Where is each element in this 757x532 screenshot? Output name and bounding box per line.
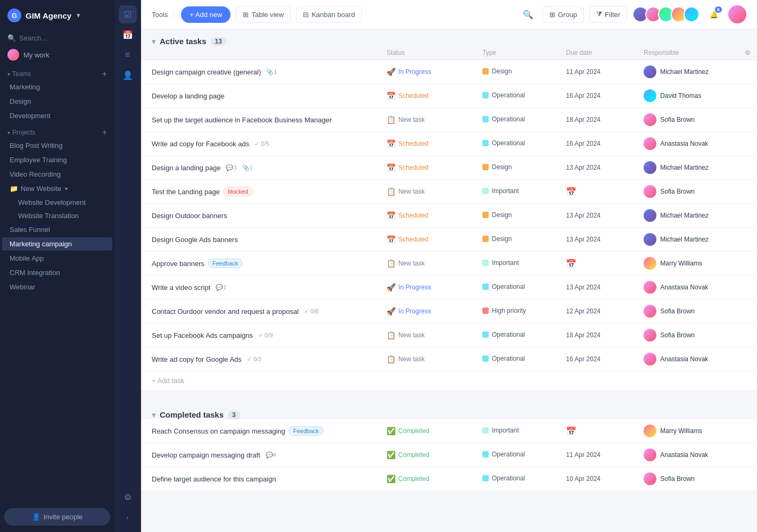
responsible-container: Sofia Brown [644, 305, 751, 318]
responsible-name: Michael Martinez [660, 236, 709, 243]
table-row[interactable]: Design a landing page 💬3📎1 📅 Scheduled D… [141, 156, 757, 180]
sidebar-item-website-translation[interactable]: Website Translation [0, 209, 114, 222]
table-row[interactable]: Develop campaign messaging draft 💬4 ✅ Co… [141, 443, 757, 467]
sidebar-item-marketing-campaign[interactable]: Marketing campaign [2, 237, 112, 251]
group-btn[interactable]: ⊞ Group [542, 6, 584, 23]
kanban-board-btn[interactable]: ⊟ Kanban board [296, 6, 362, 23]
col-task [141, 46, 380, 60]
table-row[interactable]: Write ad copy for Google Ads ✓ 0/3 📋 New… [141, 347, 757, 371]
add-new-btn[interactable]: + Add new [181, 6, 231, 23]
status-badge: 📋 New task [386, 115, 424, 124]
table-row[interactable]: Develop a landing page 📅 Scheduled Opera… [141, 84, 757, 108]
table-row[interactable]: Set up the target audience in Facebook B… [141, 108, 757, 132]
status-badge: 🚀 In Progress [386, 307, 431, 315]
responsible-name: Sofia Brown [660, 307, 695, 315]
app-logo[interactable]: G GIM Agency ▾ [0, 0, 114, 31]
responsible-container: Michael Martinez [644, 209, 751, 222]
status-icon: ✅ [386, 451, 396, 459]
type-dot [482, 284, 489, 290]
status-icon: 📋 [386, 115, 396, 124]
sidebar-item-blog-post-writing[interactable]: Blog Post Writing [2, 139, 112, 152]
collapse-sidebar-btn[interactable]: › [126, 508, 128, 527]
task-name-text: Write ad copy for Google Ads [152, 355, 242, 363]
table-row[interactable]: Design Outdoor banners 📅 Scheduled Desig… [141, 204, 757, 228]
table-row[interactable]: Write ad copy for Facebook ads ✓ 0/5 📅 S… [141, 132, 757, 156]
icon-bar-list[interactable]: ≡ [119, 46, 137, 64]
type-dot [482, 451, 489, 458]
due-date-cell: 16 Apr 2024 [559, 347, 637, 371]
due-date: 18 Apr 2024 [566, 331, 600, 339]
status-icon: 📋 [386, 259, 396, 268]
my-work-label: My work [23, 51, 49, 59]
table-row[interactable]: Set up Facebook Ads campaigns ✓ 0/9 📋 Ne… [141, 323, 757, 347]
responsible-avatar [644, 353, 656, 365]
table-view-btn[interactable]: ⊞ Table view [236, 6, 291, 23]
icon-bar-tasks[interactable]: ☑ [119, 5, 137, 23]
type-dot [482, 475, 489, 481]
task-name-text: Define target audience for this campaign [152, 475, 276, 483]
responsible-name: Anastasia Novak [660, 284, 708, 291]
type-label: Important [492, 187, 519, 195]
search-btn[interactable]: 🔍 [519, 5, 537, 23]
sidebar-item-employee-training[interactable]: Employee Training [2, 153, 112, 167]
sidebar-item-webinar[interactable]: Webinar [2, 280, 112, 294]
completed-section-chevron[interactable]: ▾ [152, 411, 155, 419]
sidebar-item-video-recording[interactable]: Video Recording [2, 168, 112, 181]
type-label: Operational [492, 475, 525, 482]
projects-section-header: ▾ Projects + [0, 123, 114, 138]
user-profile-avatar[interactable] [728, 5, 746, 23]
sidebar-item-new-website[interactable]: 📁 New Website ▾ [2, 182, 112, 195]
table-row[interactable]: Test the Landing page blocked 📋 New task… [141, 180, 757, 204]
table-row[interactable]: Approve banners Feedback 📋 New task Impo… [141, 252, 757, 276]
subtask-info: ✓ 0/9 [258, 332, 273, 339]
type-badge: Operational [482, 355, 525, 362]
responsible-name: David Thomas [660, 92, 701, 99]
invite-people-btn[interactable]: 👤 Invite people [4, 508, 110, 526]
completed-tasks-count: 3 [228, 411, 240, 419]
avatar-5[interactable] [684, 6, 700, 22]
table-row[interactable]: Contact Ourdoor vendor and request a pro… [141, 300, 757, 323]
table-row[interactable]: Reach Consensus on campaign messaging Fe… [141, 419, 757, 443]
notification-badge: 6 [715, 6, 722, 13]
completed-tasks-label: Completed tasks [160, 410, 224, 419]
task-name-text: Set up Facebook Ads campaigns [152, 331, 253, 339]
responsible-container: Marry Williams [644, 425, 751, 437]
table-row[interactable]: Design campaign creative (general) 📎1 🚀 … [141, 60, 757, 84]
settings-icon[interactable]: ⚙ [745, 49, 751, 56]
status-label: Completed [398, 427, 429, 435]
teams-add-btn[interactable]: + [102, 70, 107, 78]
search-bar[interactable]: 🔍 Search... [0, 31, 114, 45]
notifications-btn[interactable]: 🔔 6 [705, 5, 723, 23]
task-name-text: Reach Consensus on campaign messaging [152, 427, 285, 435]
projects-add-btn[interactable]: + [102, 128, 107, 137]
due-date-cell: 13 Apr 2024 [559, 276, 637, 300]
sidebar-item-website-development[interactable]: Website Development [0, 196, 114, 209]
table-row[interactable]: Define target audience for this campaign… [141, 467, 757, 491]
sidebar-item-sales-funnel[interactable]: Sales Funnel [2, 223, 112, 236]
icon-bar-person[interactable]: 👤 [119, 66, 137, 84]
status-badge: ✅ Completed [386, 451, 429, 459]
table-row[interactable]: Design Google Ads banners 📅 Scheduled De… [141, 228, 757, 252]
active-section-chevron[interactable]: ▾ [152, 37, 155, 46]
status-badge: 🚀 In Progress [386, 68, 431, 76]
sidebar-item-crm-integration[interactable]: CRM Integration [2, 266, 112, 279]
icon-bar-settings[interactable]: ⚙ [119, 488, 137, 506]
subtask-info: ✓ 0/3 [247, 356, 261, 363]
add-task-row-active[interactable]: + Add task [141, 371, 757, 390]
due-date: 10 Apr 2024 [566, 475, 600, 483]
filter-btn[interactable]: ⧩ Filter [589, 6, 627, 23]
sidebar-item-marketing[interactable]: Marketing [2, 80, 112, 94]
sidebar-item-mobile-app[interactable]: Mobile App [2, 252, 112, 265]
responsible-container: David Thomas [644, 89, 751, 102]
type-dot [482, 331, 489, 338]
sidebar-item-development[interactable]: Development [2, 109, 112, 122]
icon-bar-calendar[interactable]: 📅 [119, 26, 137, 44]
app-chevron: ▾ [77, 12, 80, 19]
responsible-container: Michael Martinez [644, 233, 751, 246]
table-row[interactable]: Write a video script 💬1 🚀 In Progress Op… [141, 276, 757, 300]
responsible-avatar [644, 65, 656, 78]
my-work-item[interactable]: My work [0, 45, 114, 64]
task-name-text: Design a landing page [152, 164, 220, 172]
type-badge: Design [482, 163, 512, 171]
sidebar-item-design[interactable]: Design [2, 95, 112, 108]
